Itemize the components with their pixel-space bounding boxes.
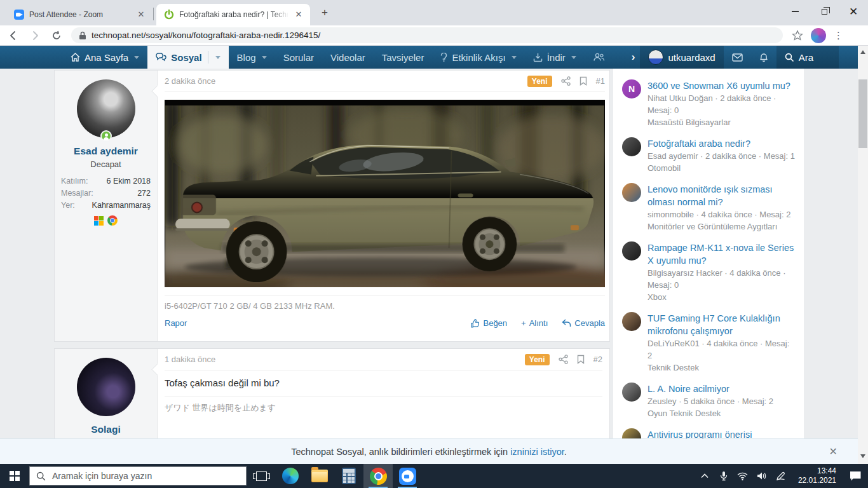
- scroll-down-icon[interactable]: [860, 454, 865, 458]
- post-time[interactable]: 1 dakika önce: [165, 355, 215, 364]
- tab-technopat[interactable]: Fotoğraftaki araba nedir? | Techn ✕: [156, 4, 310, 25]
- nav-indir[interactable]: İndir: [525, 46, 585, 69]
- reply-button[interactable]: Cevapla: [562, 318, 605, 328]
- download-icon: [533, 53, 543, 62]
- author-name[interactable]: Solagi: [55, 424, 157, 435]
- post-number[interactable]: #2: [593, 355, 602, 364]
- post-time[interactable]: 2 dakika önce: [165, 76, 215, 86]
- window-restore-button[interactable]: [810, 0, 839, 23]
- sidebar-topic[interactable]: L. A. Noire acilmiyor Zeusley · 5 dakika…: [622, 377, 795, 423]
- topic-avatar[interactable]: [622, 137, 641, 156]
- chevron-down-icon[interactable]: [571, 56, 576, 59]
- microphone-icon[interactable]: [714, 464, 733, 488]
- taskbar-edge-button[interactable]: [276, 464, 305, 488]
- nav-sosyal[interactable]: Sosyal: [147, 46, 228, 69]
- report-link[interactable]: Rapor: [165, 318, 187, 328]
- scroll-up-icon[interactable]: [860, 50, 865, 54]
- taskbar-chrome-button[interactable]: [363, 464, 393, 488]
- chevron-down-icon[interactable]: [512, 56, 517, 59]
- post-content: Tofaş çakması değil mi bu?: [165, 377, 602, 388]
- topic-title[interactable]: Rampage RM-K11 x-nova ile Series X uyuml…: [648, 241, 795, 267]
- nav-etkinlik-akisi[interactable]: Etkinlik Akışı: [432, 46, 524, 69]
- clock-time: 13:44: [798, 466, 836, 476]
- taskbar-clock[interactable]: 13:44 22.01.2021: [790, 466, 843, 485]
- close-icon[interactable]: ✕: [829, 445, 837, 458]
- nav-videolar[interactable]: Videolar: [322, 46, 374, 69]
- post-signature: i5-6402P/GT 710 2 GB/ 4 GB 2133 MHz RAM.: [165, 295, 605, 311]
- like-button[interactable]: Beğen: [471, 318, 507, 328]
- topic-title[interactable]: L. A. Noire acilmiyor: [648, 383, 773, 395]
- browser-menu-icon[interactable]: ⋮: [834, 30, 843, 41]
- tab-close-icon[interactable]: ✕: [136, 10, 146, 20]
- taskbar-calculator-button[interactable]: [334, 464, 363, 488]
- window-close-button[interactable]: ✕: [839, 0, 868, 23]
- page-scrollbar[interactable]: [858, 46, 868, 464]
- share-icon[interactable]: [559, 355, 568, 364]
- pen-icon[interactable]: [771, 464, 790, 488]
- taskbar-zoom-button[interactable]: [393, 464, 422, 488]
- avatar[interactable]: [77, 79, 135, 138]
- chevron-down-icon[interactable]: [134, 56, 139, 59]
- bookmark-star-icon[interactable]: [792, 30, 803, 41]
- chevron-down-icon[interactable]: [215, 56, 220, 59]
- topic-category: Teknik Destek: [648, 362, 795, 374]
- nav-tavsiyeler[interactable]: Tavsiyeler: [374, 46, 433, 69]
- post-1: Esad aydemir Decapat Katılım:6 Ekim 2018…: [54, 70, 610, 342]
- topic-avatar[interactable]: [622, 383, 641, 402]
- chevron-down-icon[interactable]: [262, 56, 267, 59]
- lock-icon: [79, 31, 86, 40]
- sidebar-topic[interactable]: Fotoğraftaki araba nedir? Esad aydemir ·…: [622, 132, 795, 177]
- sidebar-topic[interactable]: TUF Gaming H7 Core Kulaklığın mikrofonu …: [622, 306, 795, 377]
- tab-zoom[interactable]: Post Attendee - Zoom ✕: [6, 4, 153, 25]
- back-button[interactable]: [5, 27, 22, 44]
- nav-alerts[interactable]: [751, 46, 776, 69]
- quote-button[interactable]: + Alıntı: [521, 318, 548, 328]
- start-button[interactable]: [0, 464, 29, 488]
- nav-overflow-chevron-icon[interactable]: ›: [627, 46, 641, 69]
- like-label: Beğen: [483, 318, 507, 328]
- new-tab-button[interactable]: +: [318, 6, 332, 20]
- url-bar[interactable]: technopat.net/sosyal/konu/fotograftaki-a…: [71, 27, 783, 43]
- nav-search[interactable]: Ara: [776, 46, 839, 69]
- share-icon[interactable]: [561, 76, 571, 86]
- bookmark-icon[interactable]: [580, 76, 587, 86]
- field-label: Katılım:: [61, 175, 88, 187]
- topic-title[interactable]: TUF Gaming H7 Core Kulaklığın mikrofonu …: [648, 312, 795, 337]
- taskbar-explorer-button[interactable]: [305, 464, 334, 488]
- topic-avatar[interactable]: [622, 183, 641, 202]
- refresh-button[interactable]: [48, 27, 65, 44]
- sidebar-topic[interactable]: N 3600 ve Snowman X6 uyumlu mu? Nihat Ut…: [622, 74, 795, 132]
- topic-avatar[interactable]: [622, 312, 641, 331]
- scrollbar-thumb[interactable]: [858, 79, 867, 148]
- notification-permission-link[interactable]: izninizi istiyor: [510, 447, 564, 457]
- post-image-car[interactable]: [165, 100, 605, 287]
- task-view-button[interactable]: [247, 464, 276, 488]
- forward-button[interactable]: [27, 27, 43, 44]
- post-author-cell: Esad aydemir Decapat Katılım:6 Ekim 2018…: [55, 71, 158, 341]
- author-name[interactable]: Esad aydemir: [55, 146, 157, 157]
- tab-close-icon[interactable]: ✕: [294, 10, 304, 20]
- action-center-button[interactable]: [843, 464, 868, 488]
- nav-blog[interactable]: Blog: [229, 46, 275, 69]
- topic-title[interactable]: 3600 ve Snowman X6 uyumlu mu?: [648, 79, 795, 92]
- topic-title[interactable]: Lenovo monitörde ışık sızması olması nor…: [648, 183, 795, 208]
- browser-profile-avatar[interactable]: [811, 28, 826, 43]
- window-minimize-button[interactable]: [780, 0, 810, 23]
- topic-avatar[interactable]: [622, 241, 641, 261]
- topic-avatar[interactable]: N: [622, 79, 641, 98]
- taskbar-search-input[interactable]: Aramak için buraya yazın: [29, 466, 247, 485]
- nav-inbox[interactable]: [724, 46, 751, 69]
- post-number[interactable]: #1: [596, 76, 605, 86]
- sidebar-topic[interactable]: Lenovo monitörde ışık sızması olması nor…: [622, 177, 795, 236]
- nav-user-menu[interactable]: utkuardaxd: [640, 46, 723, 69]
- volume-icon[interactable]: [752, 464, 771, 488]
- nav-sorular[interactable]: Sorular: [275, 46, 322, 69]
- topic-title[interactable]: Fotoğraftaki araba nedir?: [648, 137, 795, 150]
- avatar[interactable]: [77, 358, 135, 416]
- sidebar-topic[interactable]: Rampage RM-K11 x-nova ile Series X uyuml…: [622, 236, 795, 306]
- wifi-icon[interactable]: [733, 464, 752, 488]
- nav-members[interactable]: [585, 46, 613, 69]
- tray-chevron-up-icon[interactable]: [695, 464, 714, 488]
- nav-ana-sayfa[interactable]: Ana Sayfa: [62, 46, 147, 69]
- bookmark-icon[interactable]: [577, 355, 585, 364]
